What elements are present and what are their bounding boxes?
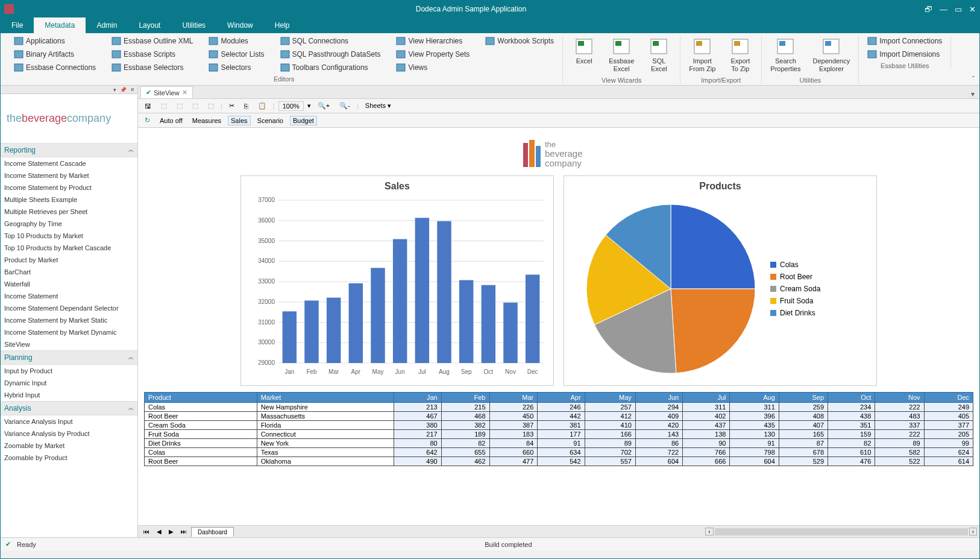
table-row[interactable]: Cream SodaFlorida38038238738141042043743… — [145, 421, 973, 430]
tb-cut-icon[interactable]: ✂ — [226, 101, 237, 111]
ribbon-view-property-sets[interactable]: View Property Sets — [394, 49, 472, 60]
tb-measures[interactable]: Measures — [189, 116, 224, 125]
tb-zoom-drop-icon[interactable]: ▾ — [307, 102, 311, 110]
sidebar-item-multiple-sheets-example[interactable]: Multiple Sheets Example — [1, 194, 137, 206]
tb-nav4-icon[interactable]: ⬚ — [205, 101, 217, 111]
sheet-first-icon[interactable]: ⏮ — [140, 527, 152, 536]
ribbon-essbase-selectors[interactable]: Essbase Selectors — [109, 62, 195, 73]
ribbon-essbase-scripts[interactable]: Essbase Scripts — [109, 49, 195, 60]
table-row[interactable]: ColasNew Hampshire2132152262462572943113… — [145, 403, 973, 412]
tb-paste-icon[interactable]: 📋 — [255, 101, 269, 111]
close-icon[interactable]: ✕ — [969, 5, 976, 14]
ribbon-big-essbase-excel[interactable]: EssbaseExcel — [606, 36, 636, 74]
menu-tab-utilities[interactable]: Utilities — [171, 17, 216, 33]
table-row[interactable]: Root BeerOklahoma49046247754255760466660… — [145, 457, 973, 466]
ribbon-sql-passthrough-datasets[interactable]: SQL Passthrough DataSets — [278, 49, 383, 60]
sidebar-item-income-statement-by-product[interactable]: Income Statement by Product — [1, 182, 137, 194]
ribbon-big-import-from-zip[interactable]: ImportFrom Zip — [686, 36, 718, 74]
tb-save-icon[interactable]: 🖫 — [142, 101, 154, 111]
menu-tab-window[interactable]: Window — [216, 17, 264, 33]
menu-tab-admin[interactable]: Admin — [86, 17, 128, 33]
tb-scenario[interactable]: Scenario — [254, 116, 286, 125]
sidebar-item-variance-analysis-input[interactable]: Variance Analysis Input — [1, 415, 137, 428]
menu-tab-metadata[interactable]: Metadata — [34, 17, 86, 33]
sidebar-close-icon[interactable]: ✕ — [130, 87, 135, 93]
ribbon-import-connections[interactable]: Import Connections — [865, 36, 944, 46]
sidebar-item-zoomable-by-product[interactable]: Zoomable by Product — [1, 452, 137, 464]
table-row[interactable]: ColasTexas642655660634702722766798678610… — [145, 448, 973, 457]
sidebar-item-top-10-products-by-market-cascade[interactable]: Top 10 Products by Market Cascade — [1, 242, 137, 254]
sidebar-section-analysis[interactable]: Analysis︽ — [1, 401, 137, 415]
sidebar-item-income-statement[interactable]: Income Statement — [1, 290, 137, 302]
sidebar-item-income-statement-cascade[interactable]: Income Statement Cascade — [1, 157, 137, 169]
ribbon-toolbars-configurations[interactable]: Toolbars Configurations — [278, 62, 383, 73]
tb-zoomin-icon[interactable]: 🔍+ — [315, 101, 333, 111]
content-area[interactable]: the beverage company Sales 2900030000310… — [138, 128, 979, 525]
table-row[interactable]: Root BeerMassachusetts467468450442412409… — [145, 412, 973, 421]
ribbon-essbase-outline-xml[interactable]: Essbase Outline XML — [109, 36, 195, 46]
tb-sheets-dropdown[interactable]: Sheets ▾ — [362, 101, 394, 111]
ribbon-big-search-properties[interactable]: SearchProperties — [768, 36, 803, 74]
tb-auto-toggle[interactable]: Auto off — [157, 116, 186, 125]
tb-budget[interactable]: Budget — [290, 116, 317, 125]
sidebar-item-barchart[interactable]: BarChart — [1, 266, 137, 278]
sidebar-dropdown-icon[interactable]: ▾ — [113, 87, 116, 93]
tb-nav2-icon[interactable]: ⬚ — [174, 101, 186, 111]
sidebar-item-income-statement-by-market-static[interactable]: Income Statement by Market Static — [1, 314, 137, 326]
ribbon-big-excel[interactable]: Excel — [569, 36, 599, 74]
sidebar-item-top-10-products-by-market[interactable]: Top 10 Products by Market — [1, 230, 137, 242]
ribbon-essbase-connections[interactable]: Essbase Connections — [11, 62, 98, 73]
tab-close-icon[interactable]: ✕ — [182, 89, 187, 96]
ribbon-import-dimensions[interactable]: Import Dimensions — [865, 49, 944, 60]
tb-zoom-value[interactable]: 100% — [278, 101, 304, 111]
sidebar-item-hybrid-input[interactable]: Hybrid Input — [1, 389, 137, 401]
restore-down-icon[interactable]: 🗗 — [925, 5, 932, 14]
menu-tab-file[interactable]: File — [1, 17, 34, 33]
tabbar-menu-icon[interactable]: ▾ — [966, 90, 979, 98]
ribbon-workbook-scripts[interactable]: Workbook Scripts — [483, 36, 556, 46]
sheet-next-icon[interactable]: ▶ — [166, 527, 177, 536]
sidebar-pin-icon[interactable]: 📌 — [120, 87, 127, 93]
tb-nav1-icon[interactable]: ⬚ — [158, 101, 170, 111]
menu-tab-layout[interactable]: Layout — [128, 17, 171, 33]
sidebar-section-reporting[interactable]: Reporting︽ — [1, 143, 137, 157]
sidebar-item-input-by-product[interactable]: Input by Product — [1, 365, 137, 377]
sidebar-item-income-statement-by-market[interactable]: Income Statement by Market — [1, 169, 137, 182]
minimize-icon[interactable]: — — [940, 5, 947, 14]
sidebar-item-geography-by-time[interactable]: Geography by Time — [1, 218, 137, 230]
sheet-last-icon[interactable]: ⏭ — [178, 527, 190, 536]
sidebar-item-dynamic-input[interactable]: Dynamic Input — [1, 377, 137, 389]
maximize-icon[interactable]: ▭ — [955, 5, 962, 14]
ribbon-applications[interactable]: Applications — [11, 36, 98, 46]
ribbon-selector-lists[interactable]: Selector Lists — [206, 49, 266, 60]
ribbon-big-export-to-zip[interactable]: ExportTo Zip — [725, 36, 755, 74]
menu-tab-help[interactable]: Help — [264, 17, 301, 33]
tb-refresh-icon[interactable]: ↻ — [142, 115, 153, 125]
tb-zoomout-icon[interactable]: 🔍- — [336, 101, 353, 111]
ribbon-sql-connections[interactable]: SQL Connections — [278, 36, 383, 46]
tb-sales[interactable]: Sales — [228, 116, 251, 125]
ribbon-collapse-icon[interactable]: ˆ — [972, 75, 975, 84]
sidebar-item-income-statement-by-market-dynamic[interactable]: Income Statement by Market Dynamic — [1, 326, 137, 338]
sidebar-item-siteview[interactable]: SiteView — [1, 338, 137, 350]
ribbon-big-dependency-explorer[interactable]: DependencyExplorer — [810, 36, 852, 74]
tab-siteview[interactable]: ✔ SiteView ✕ — [140, 86, 193, 98]
ribbon-modules[interactable]: Modules — [206, 36, 266, 46]
sidebar-item-multiple-retrieves-per-sheet[interactable]: Multiple Retrieves per Sheet — [1, 206, 137, 218]
sheet-prev-icon[interactable]: ◀ — [154, 527, 165, 536]
sidebar-item-waterfall[interactable]: Waterfall — [1, 278, 137, 290]
hscroll-left-icon[interactable]: ‹ — [705, 528, 713, 535]
ribbon-big-sql-excel[interactable]: SQLExcel — [644, 36, 674, 74]
ribbon-views[interactable]: Views — [394, 62, 472, 73]
tb-nav3-icon[interactable]: ⬚ — [189, 101, 201, 111]
sidebar-item-product-by-market[interactable]: Product by Market — [1, 254, 137, 266]
sidebar-item-zoomable-by-market[interactable]: Zoomable by Market — [1, 440, 137, 452]
table-row[interactable]: Diet DrinksNew York808284918986909187828… — [145, 439, 973, 448]
sidebar-item-income-statement-dependant-selector[interactable]: Income Statement Dependant Selector — [1, 302, 137, 314]
sidebar-item-variance-analysis-by-product[interactable]: Variance Analysis by Product — [1, 428, 137, 440]
ribbon-selectors[interactable]: Selectors — [206, 62, 266, 73]
tb-copy-icon[interactable]: ⎘ — [241, 101, 251, 111]
sidebar-section-planning[interactable]: Planning︽ — [1, 350, 137, 365]
table-row[interactable]: Fruit SodaConnecticut2171891831771661431… — [145, 430, 973, 439]
ribbon-binary-artifacts[interactable]: Binary Artifacts — [11, 49, 98, 60]
